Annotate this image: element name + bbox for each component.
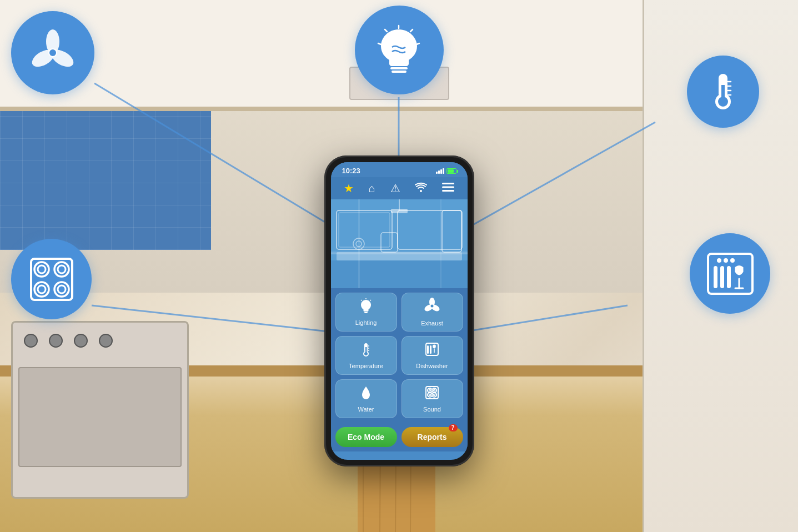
dishwasher-circle [690, 233, 770, 314]
svg-rect-51 [381, 233, 398, 252]
svg-rect-46 [331, 260, 468, 288]
svg-point-85 [434, 394, 435, 396]
eco-mode-button[interactable]: Eco Mode [335, 427, 397, 447]
fan-circle [11, 11, 94, 94]
svg-rect-48 [337, 210, 392, 249]
svg-rect-52 [442, 210, 461, 252]
star-icon: ★ [344, 182, 354, 195]
phone-screen: 10:23 ★ ⌂ ⚠ [331, 162, 468, 460]
iot-light-icon[interactable] [355, 6, 444, 94]
sound-icon [424, 385, 440, 404]
svg-rect-75 [427, 345, 429, 354]
dishwasher-tile[interactable]: Dishwasher [401, 336, 463, 375]
app-grid: Lighting Exhaust [331, 288, 468, 423]
svg-rect-44 [442, 190, 454, 192]
svg-rect-47 [337, 252, 462, 260]
stove-circle [11, 239, 92, 319]
iot-fan-icon[interactable] [11, 11, 94, 94]
exhaust-icon [424, 298, 440, 318]
svg-line-16 [416, 43, 419, 44]
temperature-label: Temperature [349, 363, 383, 369]
status-icons [436, 168, 456, 174]
dishwasher-label: Dishwasher [416, 363, 448, 369]
oven-knob [24, 334, 38, 348]
home-icon: ⌂ [369, 182, 375, 195]
oven-knob [74, 334, 88, 348]
lightbulb-svg-icon [373, 24, 425, 77]
nav-home[interactable]: ⌂ [369, 182, 375, 195]
svg-point-35 [717, 258, 721, 263]
svg-point-9 [49, 49, 56, 56]
alert-icon: ⚠ [390, 182, 400, 195]
thermometer-circle [687, 56, 759, 128]
svg-line-14 [410, 29, 413, 32]
svg-rect-39 [720, 266, 724, 288]
reports-badge: 7 [449, 424, 458, 431]
nav-wifi[interactable] [415, 182, 427, 195]
svg-rect-25 [31, 259, 72, 300]
svg-rect-76 [430, 345, 431, 354]
svg-point-70 [364, 352, 368, 355]
reports-button[interactable]: Reports 7 [401, 427, 463, 447]
svg-rect-43 [442, 186, 454, 188]
status-bar: 10:23 [331, 162, 468, 177]
temperature-tile[interactable]: Temperature [335, 336, 397, 375]
kitchen-oven [11, 321, 189, 499]
svg-point-54 [356, 241, 362, 247]
svg-point-79 [429, 390, 431, 392]
svg-point-28 [54, 262, 69, 277]
status-time: 10:23 [342, 167, 360, 175]
svg-point-29 [58, 265, 66, 273]
svg-rect-49 [339, 213, 390, 247]
exhaust-label: Exhaust [421, 320, 443, 327]
temperature-icon [358, 342, 374, 360]
nav-alert[interactable]: ⚠ [390, 182, 400, 195]
water-tile[interactable]: Water [335, 379, 397, 418]
svg-point-27 [38, 265, 46, 273]
svg-rect-56 [391, 209, 408, 213]
svg-point-33 [58, 285, 66, 293]
water-label: Water [358, 406, 374, 413]
svg-point-32 [54, 282, 69, 297]
iot-stove-icon[interactable] [11, 239, 92, 319]
sound-label: Sound [423, 406, 441, 413]
svg-point-30 [34, 282, 49, 297]
sound-tile[interactable]: Sound [401, 379, 463, 418]
oven-door [18, 367, 182, 467]
svg-rect-45 [331, 199, 468, 288]
svg-point-20 [718, 97, 728, 107]
nav-star[interactable]: ★ [344, 182, 354, 195]
nav-menu[interactable] [442, 182, 454, 195]
oven-knob [49, 334, 63, 348]
svg-rect-50 [398, 210, 462, 249]
svg-line-13 [385, 29, 387, 32]
svg-line-15 [378, 43, 381, 44]
svg-point-84 [432, 393, 436, 397]
svg-rect-58 [364, 312, 368, 313]
oven-knobs [24, 334, 113, 348]
svg-point-31 [38, 285, 46, 293]
svg-line-61 [370, 300, 372, 301]
fan-svg-icon [28, 28, 78, 78]
iot-thermometer-icon[interactable] [687, 56, 759, 128]
kitchen-illustration [331, 199, 468, 288]
stove-svg-icon [27, 254, 77, 304]
svg-point-53 [353, 238, 364, 249]
svg-rect-38 [714, 266, 717, 288]
svg-rect-10 [390, 67, 408, 69]
menu-icon [442, 182, 454, 195]
iot-dishwasher-icon[interactable] [690, 233, 770, 314]
exhaust-tile[interactable]: Exhaust [401, 293, 463, 332]
svg-point-26 [34, 262, 49, 277]
lighting-icon [358, 298, 374, 317]
kitchen-svg-illustration [331, 199, 468, 288]
lighting-tile[interactable]: Lighting [335, 293, 397, 332]
wifi-icon [415, 182, 427, 195]
thermometer-svg-icon [701, 69, 745, 114]
dishwasher-svg-icon [705, 248, 756, 299]
nav-bar[interactable]: ★ ⌂ ⚠ [331, 177, 468, 199]
svg-point-82 [428, 393, 432, 397]
svg-point-81 [434, 390, 435, 392]
svg-point-80 [432, 388, 436, 393]
svg-line-60 [361, 300, 362, 301]
